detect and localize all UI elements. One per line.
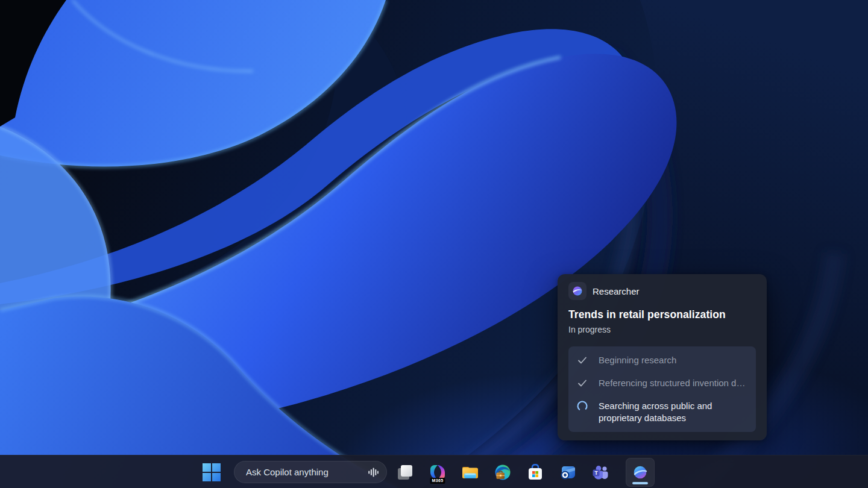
step-label: Referencing structured invention d… [599, 377, 745, 389]
active-app-indicator [632, 482, 648, 484]
m365-badge: M365 [430, 478, 445, 484]
desktop: Researcher Trends in retail personalizat… [0, 0, 868, 488]
taskbar-apps: M365 [389, 455, 655, 488]
researcher-app-name: Researcher [593, 286, 640, 296]
taskbar-teams-button[interactable]: T [584, 458, 617, 487]
researcher-app-icon [568, 282, 587, 300]
file-explorer-icon [461, 463, 480, 482]
step-label: Beginning research [599, 354, 676, 366]
step-row: Referencing structured invention d… [576, 377, 748, 389]
check-icon [576, 377, 588, 389]
card-title: Trends in retail personalization [568, 308, 756, 321]
steps-panel: Beginning research Referencing structure… [568, 346, 756, 432]
windows-logo-icon [203, 463, 221, 481]
svg-text:T: T [594, 470, 598, 476]
researcher-icon [631, 463, 649, 481]
copilot-search-input[interactable] [245, 466, 368, 478]
step-label: Searching across public and proprietary … [599, 400, 748, 424]
taskbar-store-button[interactable] [519, 458, 552, 487]
edge-icon [493, 463, 512, 482]
step-row: Searching across public and proprietary … [576, 400, 748, 424]
card-status: In progress [568, 325, 756, 334]
taskbar-file-explorer-button[interactable] [454, 458, 486, 487]
taskbar-edge-button[interactable] [486, 458, 519, 487]
microsoft-store-icon [526, 463, 545, 482]
step-row: Beginning research [576, 354, 748, 366]
taskbar: M365 [0, 455, 868, 488]
taskbar-outlook-button[interactable] [552, 458, 584, 487]
researcher-progress-card[interactable]: Researcher Trends in retail personalizat… [558, 274, 767, 440]
taskbar-m365-copilot-button[interactable]: M365 [421, 458, 454, 487]
voice-waveform-icon[interactable] [368, 467, 379, 478]
task-view-icon [395, 463, 415, 482]
check-icon [576, 354, 588, 366]
taskbar-researcher-button[interactable] [626, 458, 655, 487]
teams-icon: T [591, 463, 610, 482]
outlook-icon [558, 463, 577, 482]
start-button[interactable] [201, 463, 222, 482]
spinner-icon [576, 400, 588, 412]
copilot-search-box[interactable] [234, 461, 387, 483]
card-header: Researcher [568, 282, 756, 300]
taskbar-task-view-button[interactable] [389, 458, 421, 487]
